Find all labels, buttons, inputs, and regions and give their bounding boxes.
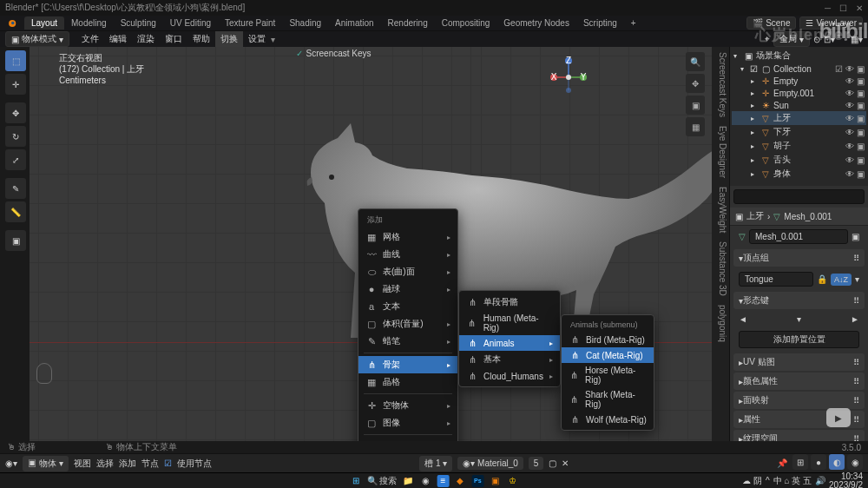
menu-item[interactable]: ⋔Cloud_Humans▸ bbox=[459, 368, 560, 384]
editor-type-icon[interactable]: ◉▾ bbox=[5, 458, 17, 468]
tool-rotate[interactable]: ↻ bbox=[5, 126, 26, 147]
menu-switch[interactable]: 切换 bbox=[215, 31, 243, 47]
tab-modeling[interactable]: Modeling bbox=[64, 16, 114, 30]
tab-geonodes[interactable]: Geometry Nodes bbox=[496, 16, 576, 30]
shading-solid-icon[interactable]: ● bbox=[811, 454, 826, 470]
facemaps-section[interactable]: ▸ 面映射⠿ bbox=[733, 392, 865, 409]
outliner-item[interactable]: ▸✛Empty.001👁▣ bbox=[732, 87, 866, 99]
outliner-item[interactable]: ▸▽胡子👁▣ bbox=[732, 139, 866, 153]
outliner-item[interactable]: ▸✛Empty👁▣ bbox=[732, 75, 866, 87]
tab-sculpting[interactable]: Sculpting bbox=[114, 16, 163, 30]
shading-material-icon[interactable]: ◐ bbox=[829, 454, 845, 470]
menu-item[interactable]: ⋔骨架▸ bbox=[358, 356, 457, 373]
taskbar-weather[interactable]: ☁ 阴 bbox=[742, 475, 762, 487]
menu-item[interactable]: ⋔Shark (Meta-Rig) bbox=[562, 387, 654, 412]
menu-item[interactable]: ⬭表(曲)面▸ bbox=[358, 263, 457, 280]
navigation-gizmo[interactable]: Z X Y bbox=[547, 56, 590, 99]
tab-uv[interactable]: UV Editing bbox=[163, 16, 218, 30]
tab-texpaint[interactable]: Texture Paint bbox=[218, 16, 282, 30]
menu-window[interactable]: 窗口 bbox=[160, 31, 187, 47]
vg-lock-icon[interactable]: 🔒 bbox=[817, 274, 827, 284]
menu-item[interactable]: ⋔Horse (Meta-Rig) bbox=[562, 363, 654, 387]
tab-compositing[interactable]: Compositing bbox=[435, 16, 497, 30]
menu-item[interactable]: ▢体积(音量)▸ bbox=[358, 315, 457, 333]
tool-annotate[interactable]: ✎ bbox=[5, 178, 26, 199]
tab-add[interactable]: + bbox=[624, 16, 643, 30]
menu-item[interactable]: 〰曲线▸ bbox=[358, 246, 457, 263]
tb-explorer-icon[interactable]: 📁 bbox=[402, 475, 414, 487]
menu-render[interactable]: 渲染 bbox=[132, 31, 160, 47]
tb-mcrown-icon[interactable]: ♔ bbox=[506, 475, 518, 487]
add-basis-button[interactable]: 添加静置位置 bbox=[739, 331, 859, 348]
tool-scale[interactable]: ⤢ bbox=[5, 149, 26, 170]
outliner-item[interactable]: ▸▽上牙👁▣ bbox=[732, 111, 866, 125]
menu-item[interactable]: ●融球▸ bbox=[358, 280, 457, 298]
n-panel-tabs[interactable]: Screencast Keys Eye Designer EasyWeight … bbox=[712, 47, 729, 453]
menu-settings[interactable]: 设置 bbox=[243, 31, 271, 47]
menu-item[interactable]: ▦晶格 bbox=[358, 373, 457, 391]
menu-item[interactable]: ▦网格▸ bbox=[358, 228, 457, 246]
outliner-item[interactable]: ▸☀Sun👁▣ bbox=[732, 99, 866, 111]
menu-item[interactable]: ⋔Cat (Meta-Rig) bbox=[562, 347, 654, 363]
color-attrs-section[interactable]: ▸ 颜色属性⠿ bbox=[733, 373, 865, 390]
sk-special-icon[interactable]: ▾ bbox=[797, 314, 801, 324]
tab-scripting[interactable]: Scripting bbox=[576, 16, 624, 30]
ortho-toggle-icon[interactable]: ▦ bbox=[686, 117, 705, 136]
tab-rendering[interactable]: Rendering bbox=[381, 16, 435, 30]
material-selector[interactable]: ◉▾ Material_0 bbox=[457, 457, 523, 470]
taskbar-search-icon[interactable]: 🔍 搜索 bbox=[367, 475, 398, 487]
outliner-item[interactable]: ▸▽身体👁▣ bbox=[732, 167, 866, 181]
tab-shading[interactable]: Shading bbox=[282, 16, 328, 30]
outliner-item[interactable]: ▸▽舌头👁▣ bbox=[732, 153, 866, 167]
tool-measure[interactable]: 📏 bbox=[5, 201, 26, 222]
menu-item[interactable]: ⋔Human (Meta-Rig) bbox=[459, 311, 560, 335]
menu-add[interactable]: 添加 bbox=[119, 458, 136, 470]
pin-icon[interactable]: 📌 bbox=[777, 458, 787, 468]
tb-app-icon[interactable]: ▣ bbox=[489, 475, 501, 487]
start-button[interactable]: ⊞ bbox=[350, 475, 362, 487]
outliner-item[interactable]: ▸▽下牙👁▣ bbox=[732, 125, 866, 139]
minimize-button[interactable]: ─ bbox=[825, 3, 831, 13]
zoom-icon[interactable]: 🔍 bbox=[686, 52, 705, 71]
tool-move[interactable]: ✥ bbox=[5, 102, 26, 123]
shading-rendered-icon[interactable]: ◉ bbox=[847, 454, 863, 470]
vg-special-icon[interactable]: ▾ bbox=[855, 274, 859, 284]
unlink-icon[interactable]: ✕ bbox=[562, 458, 569, 468]
mesh-name-field[interactable]: Mesh_0.001 bbox=[749, 229, 848, 244]
vg-tongue[interactable]: Tongue bbox=[739, 272, 813, 287]
sk-prev-icon[interactable]: ◄ bbox=[739, 314, 747, 324]
tb-ps-icon[interactable]: Ps bbox=[471, 475, 483, 487]
uv-section[interactable]: ▸ UV 贴图⠿ bbox=[733, 353, 865, 371]
close-button[interactable]: ✕ bbox=[856, 3, 863, 13]
slot-selector[interactable]: 槽 1 ▾ bbox=[419, 456, 452, 472]
viewport-3d[interactable]: 正交右视图 (172) Collection | 上牙 Centimeters … bbox=[30, 47, 712, 453]
mode-selector[interactable]: ▣ 物体模式 ▾ bbox=[5, 31, 69, 47]
shader-mode[interactable]: ▣ 物体 ▾ bbox=[23, 456, 69, 472]
taskbar-lang[interactable]: 中 ⌂ 英 五 bbox=[773, 475, 812, 487]
menu-help[interactable]: 帮助 bbox=[187, 31, 215, 47]
tab-animation[interactable]: Animation bbox=[328, 16, 380, 30]
outliner[interactable]: ▾▣场景集合 ▾☑▢Collection ☑👁▣ ▸✛Empty👁▣▸✛Empt… bbox=[730, 47, 868, 186]
tool-add-cube[interactable]: ▣ bbox=[5, 230, 26, 251]
menu-item[interactable]: a文本 bbox=[358, 298, 457, 315]
camera-view-icon[interactable]: ▣ bbox=[686, 96, 705, 115]
menu-node[interactable]: 节点 bbox=[141, 458, 159, 470]
menu-item[interactable]: ⋔单段骨骼 bbox=[459, 293, 560, 311]
use-nodes-toggle[interactable]: 使用节点 bbox=[177, 458, 212, 470]
tb-blender-icon[interactable]: ◆ bbox=[454, 475, 466, 487]
shading-wireframe-icon[interactable]: ⊞ bbox=[792, 454, 808, 470]
menu-item[interactable]: ⋔Bird (Meta-Rig) bbox=[562, 332, 654, 347]
menu-edit[interactable]: 编辑 bbox=[104, 31, 132, 47]
tab-layout[interactable]: Layout bbox=[24, 16, 64, 30]
sk-next-icon[interactable]: ► bbox=[851, 314, 859, 324]
maximize-button[interactable]: ☐ bbox=[839, 3, 847, 13]
menu-item[interactable]: ⋔Animals▸ bbox=[459, 335, 560, 351]
pan-icon[interactable]: ✥ bbox=[686, 74, 705, 93]
menu-item[interactable]: ⋔基本▸ bbox=[459, 351, 560, 368]
menu-item[interactable]: ⋔Wolf (Meta-Rig) bbox=[562, 412, 654, 427]
menu-item[interactable]: ✎蜡笔▸ bbox=[358, 333, 457, 350]
tb-vscode-icon[interactable]: ≡ bbox=[437, 475, 449, 487]
menu-view[interactable]: 视图 bbox=[74, 458, 91, 470]
user-count[interactable]: 5 bbox=[529, 457, 544, 470]
shapekeys-section[interactable]: ▾ 形态键⠿ bbox=[733, 292, 865, 309]
